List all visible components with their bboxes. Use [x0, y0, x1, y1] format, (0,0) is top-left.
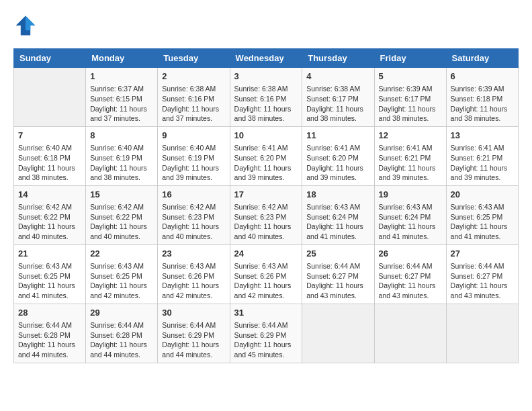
day-number: 9	[162, 130, 225, 142]
sunset-text: Sunset: 6:23 PM	[234, 213, 287, 221]
sunrise-text: Sunrise: 6:44 AM	[90, 321, 144, 329]
calendar-cell: 18Sunrise: 6:43 AMSunset: 6:24 PMDayligh…	[302, 185, 374, 244]
calendar-cell: 12Sunrise: 6:41 AMSunset: 6:21 PMDayligh…	[374, 126, 446, 185]
day-number: 20	[451, 189, 514, 201]
calendar-table: SundayMondayTuesdayWednesdayThursdayFrid…	[13, 48, 519, 363]
sunset-text: Sunset: 6:29 PM	[234, 331, 287, 339]
calendar-cell: 5Sunrise: 6:39 AMSunset: 6:17 PMDaylight…	[374, 68, 446, 127]
sunrise-text: Sunrise: 6:41 AM	[379, 144, 433, 152]
calendar-cell: 16Sunrise: 6:42 AMSunset: 6:23 PMDayligh…	[158, 185, 230, 244]
sunrise-text: Sunrise: 6:44 AM	[18, 321, 72, 329]
sunset-text: Sunset: 6:28 PM	[90, 331, 142, 339]
daylight-text: Daylight: 11 hours and 44 minutes.	[90, 340, 147, 359]
day-number: 28	[18, 307, 81, 319]
calendar-cell: 30Sunrise: 6:44 AMSunset: 6:29 PMDayligh…	[158, 304, 230, 363]
calendar-cell: 23Sunrise: 6:43 AMSunset: 6:26 PMDayligh…	[158, 244, 230, 304]
day-number: 16	[162, 189, 225, 201]
calendar-cell: 21Sunrise: 6:43 AMSunset: 6:25 PMDayligh…	[14, 244, 86, 304]
sunset-text: Sunset: 6:28 PM	[18, 331, 71, 339]
daylight-text: Daylight: 11 hours and 40 minutes.	[162, 222, 219, 240]
day-number: 1	[90, 71, 153, 83]
sunrise-text: Sunrise: 6:44 AM	[306, 262, 360, 270]
sunrise-text: Sunrise: 6:39 AM	[379, 85, 433, 93]
sunrise-text: Sunrise: 6:43 AM	[379, 203, 433, 211]
sunset-text: Sunset: 6:26 PM	[234, 272, 287, 280]
day-number: 27	[451, 248, 514, 260]
calendar-header-row: SundayMondayTuesdayWednesdayThursdayFrid…	[14, 49, 519, 68]
header-sunday: Sunday	[14, 49, 86, 68]
day-number: 11	[306, 130, 369, 142]
sunrise-text: Sunrise: 6:42 AM	[162, 203, 216, 211]
header-thursday: Thursday	[302, 49, 374, 68]
day-number: 19	[379, 189, 442, 201]
logo-icon	[13, 13, 38, 38]
logo	[13, 13, 40, 38]
sunrise-text: Sunrise: 6:41 AM	[234, 144, 288, 152]
calendar-cell: 13Sunrise: 6:41 AMSunset: 6:21 PMDayligh…	[446, 126, 518, 185]
sunset-text: Sunset: 6:18 PM	[451, 95, 503, 103]
calendar-cell: 28Sunrise: 6:44 AMSunset: 6:28 PMDayligh…	[14, 304, 86, 363]
week-row-5: 28Sunrise: 6:44 AMSunset: 6:28 PMDayligh…	[14, 304, 519, 363]
sunset-text: Sunset: 6:22 PM	[90, 213, 142, 221]
day-number: 22	[90, 248, 153, 260]
header-monday: Monday	[86, 49, 158, 68]
calendar-cell: 1Sunrise: 6:37 AMSunset: 6:15 PMDaylight…	[86, 68, 158, 127]
calendar-cell: 17Sunrise: 6:42 AMSunset: 6:23 PMDayligh…	[230, 185, 302, 244]
sunset-text: Sunset: 6:21 PM	[379, 154, 431, 162]
day-number: 5	[379, 71, 442, 83]
sunrise-text: Sunrise: 6:38 AM	[234, 85, 288, 93]
page-header	[13, 13, 519, 38]
calendar-cell: 19Sunrise: 6:43 AMSunset: 6:24 PMDayligh…	[374, 185, 446, 244]
calendar-cell: 27Sunrise: 6:44 AMSunset: 6:27 PMDayligh…	[446, 244, 518, 304]
sunrise-text: Sunrise: 6:44 AM	[451, 262, 504, 270]
header-wednesday: Wednesday	[230, 49, 302, 68]
daylight-text: Daylight: 11 hours and 42 minutes.	[90, 281, 147, 300]
daylight-text: Daylight: 11 hours and 41 minutes.	[18, 281, 75, 300]
day-number: 10	[234, 130, 298, 142]
daylight-text: Daylight: 11 hours and 44 minutes.	[18, 340, 75, 359]
calendar-cell: 7Sunrise: 6:40 AMSunset: 6:18 PMDaylight…	[14, 126, 86, 185]
daylight-text: Daylight: 11 hours and 43 minutes.	[451, 281, 508, 300]
daylight-text: Daylight: 11 hours and 38 minutes.	[451, 105, 508, 123]
sunset-text: Sunset: 6:29 PM	[162, 331, 214, 339]
daylight-text: Daylight: 11 hours and 38 minutes.	[90, 164, 147, 182]
calendar-cell: 15Sunrise: 6:42 AMSunset: 6:22 PMDayligh…	[86, 185, 158, 244]
calendar-cell: 6Sunrise: 6:39 AMSunset: 6:18 PMDaylight…	[446, 68, 518, 127]
day-number: 21	[18, 248, 81, 260]
daylight-text: Daylight: 11 hours and 39 minutes.	[451, 164, 508, 182]
daylight-text: Daylight: 11 hours and 39 minutes.	[306, 164, 363, 182]
header-friday: Friday	[374, 49, 446, 68]
header-saturday: Saturday	[446, 49, 518, 68]
sunrise-text: Sunrise: 6:43 AM	[234, 262, 288, 270]
sunrise-text: Sunrise: 6:44 AM	[379, 262, 433, 270]
week-row-3: 14Sunrise: 6:42 AMSunset: 6:22 PMDayligh…	[14, 185, 519, 244]
sunset-text: Sunset: 6:25 PM	[90, 272, 142, 280]
day-number: 30	[162, 307, 225, 319]
sunrise-text: Sunrise: 6:38 AM	[162, 85, 216, 93]
sunset-text: Sunset: 6:27 PM	[451, 272, 503, 280]
daylight-text: Daylight: 11 hours and 44 minutes.	[162, 340, 219, 359]
daylight-text: Daylight: 11 hours and 40 minutes.	[90, 222, 147, 240]
day-number: 6	[451, 71, 514, 83]
sunset-text: Sunset: 6:23 PM	[162, 213, 214, 221]
sunset-text: Sunset: 6:19 PM	[90, 154, 142, 162]
sunset-text: Sunset: 6:25 PM	[18, 272, 71, 280]
day-number: 7	[18, 130, 81, 142]
sunrise-text: Sunrise: 6:42 AM	[234, 203, 288, 211]
day-number: 29	[90, 307, 153, 319]
sunset-text: Sunset: 6:27 PM	[379, 272, 431, 280]
day-number: 8	[90, 130, 153, 142]
header-tuesday: Tuesday	[158, 49, 230, 68]
sunrise-text: Sunrise: 6:43 AM	[90, 262, 144, 270]
daylight-text: Daylight: 11 hours and 38 minutes.	[18, 164, 75, 182]
day-number: 3	[234, 71, 298, 83]
sunrise-text: Sunrise: 6:41 AM	[306, 144, 360, 152]
calendar-cell: 8Sunrise: 6:40 AMSunset: 6:19 PMDaylight…	[86, 126, 158, 185]
sunrise-text: Sunrise: 6:42 AM	[90, 203, 144, 211]
daylight-text: Daylight: 11 hours and 40 minutes.	[18, 222, 75, 240]
daylight-text: Daylight: 11 hours and 38 minutes.	[234, 105, 292, 123]
sunset-text: Sunset: 6:21 PM	[451, 154, 503, 162]
sunset-text: Sunset: 6:16 PM	[234, 95, 287, 103]
day-number: 24	[234, 248, 298, 260]
daylight-text: Daylight: 11 hours and 38 minutes.	[306, 105, 363, 123]
